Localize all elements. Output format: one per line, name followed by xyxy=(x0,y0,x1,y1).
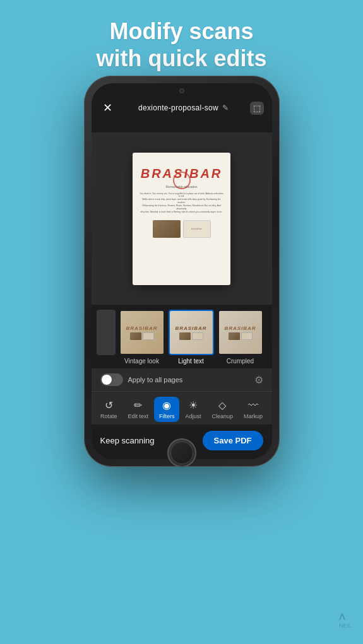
title-dots: · · · · · · · · · · · · · · · · · · · · xyxy=(92,119,272,132)
settings-icon[interactable]: ⚙ xyxy=(254,374,263,386)
vintage-img-2 xyxy=(143,332,154,340)
header-title-area: dexionte-proposal-sow ✎ xyxy=(138,103,229,112)
filter-label-light: Light text xyxy=(178,358,204,365)
tool-markup[interactable]: 〰 Markup xyxy=(239,397,268,422)
toggle-area: Apply to all pages xyxy=(100,373,183,386)
app-content: ✕ dexionte-proposal-sow ✎ ⬚ · · · · · · … xyxy=(92,83,272,459)
hero-title-line2: with quick edits xyxy=(96,45,266,71)
cleanup-icon: ◇ xyxy=(218,399,226,411)
doc-body-text: You drink in. You money out. You're engu… xyxy=(139,192,224,214)
crumpled-img-1 xyxy=(229,332,240,340)
light-img-1 xyxy=(179,332,191,340)
crumpled-thumb-inner: BRASIBAR xyxy=(219,311,262,354)
save-pdf-button[interactable]: Save PDF xyxy=(203,431,263,450)
export-button[interactable]: ⬚ xyxy=(250,102,264,115)
filter-item-original[interactable] xyxy=(97,310,116,365)
adjust-icon: ☀ xyxy=(189,399,198,411)
vintage-thumb-inner: BRASIBAR xyxy=(121,311,164,354)
document-preview: BRASIBAR Remarkable relaxation You drink… xyxy=(133,153,230,285)
cleanup-label: Cleanup xyxy=(211,413,233,419)
light-brand: BRASIBAR xyxy=(175,325,206,331)
crumpled-brand: BRASIBAR xyxy=(224,325,256,331)
markup-label: Markup xyxy=(244,413,263,419)
tool-edit-text[interactable]: ✏ Edit text xyxy=(122,397,153,422)
filter-label-crumpled: Crumpled xyxy=(227,358,254,365)
doc-images-row: brasibar xyxy=(153,220,211,238)
phone-mockup: ✕ dexionte-proposal-sow ✎ ⬚ · · · · · · … xyxy=(84,76,280,467)
adjust-label: Adjust xyxy=(185,413,201,419)
markup-icon: 〰 xyxy=(248,400,258,411)
filter-thumb-original xyxy=(97,310,116,355)
rotate-icon: ↺ xyxy=(105,399,113,411)
hero-section: Modify scans with quick edits xyxy=(0,0,363,83)
home-button-inner xyxy=(170,442,193,464)
phone-camera xyxy=(179,88,184,93)
edit-text-label: Edit text xyxy=(128,413,148,419)
watermark: ᐱ NEIL xyxy=(339,612,352,629)
vintage-img-1 xyxy=(130,332,141,340)
crumpled-img-2 xyxy=(241,332,253,340)
rotate-label: Rotate xyxy=(100,413,117,419)
light-imgs xyxy=(179,332,203,340)
doc-circle-mark xyxy=(173,172,191,189)
filters-icon: ◉ xyxy=(162,399,171,411)
filter-label-vintage: Vintage look xyxy=(124,358,159,365)
filter-thumb-crumpled: BRASIBAR xyxy=(218,310,263,355)
filter-item-crumpled[interactable]: BRASIBAR Crumpled xyxy=(218,310,263,365)
hero-title-line1: Modify scans xyxy=(109,18,253,44)
export-icon: ⬚ xyxy=(253,103,261,113)
tool-cleanup[interactable]: ◇ Cleanup xyxy=(206,397,238,422)
document-title: dexionte-proposal-sow xyxy=(138,103,218,112)
toggle-knob xyxy=(102,375,112,385)
keep-scanning-button[interactable]: Keep scanning xyxy=(100,436,155,445)
filter-thumb-light: BRASIBAR xyxy=(169,310,214,355)
apply-all-toggle[interactable] xyxy=(100,373,123,386)
filter-item-vintage[interactable]: BRASIBAR Vintage look xyxy=(119,310,165,365)
filter-item-light[interactable]: BRASIBAR Light text xyxy=(169,310,214,365)
close-button[interactable]: ✕ xyxy=(99,101,117,115)
vintage-brand: BRASIBAR xyxy=(126,325,157,331)
doc-image-1 xyxy=(153,220,181,238)
doc-image-2: brasibar xyxy=(183,220,211,238)
tool-adjust[interactable]: ☀ Adjust xyxy=(180,397,206,422)
light-thumb-inner: BRASIBAR xyxy=(170,311,213,354)
vintage-imgs xyxy=(130,332,154,340)
scan-preview-area: BRASIBAR Remarkable relaxation You drink… xyxy=(92,132,272,305)
tool-filters[interactable]: ◉ Filters xyxy=(154,397,180,422)
edit-text-icon: ✏ xyxy=(134,399,142,411)
filters-label: Filters xyxy=(159,413,175,419)
apply-all-row: Apply to all pages ⚙ xyxy=(92,368,272,391)
toolbar: ↺ Rotate ✏ Edit text ◉ Filters ☀ Adjust xyxy=(92,391,272,424)
tool-rotate[interactable]: ↺ Rotate xyxy=(95,397,122,422)
hero-title: Modify scans with quick edits xyxy=(0,18,363,72)
light-img-2 xyxy=(192,332,203,340)
edit-title-icon[interactable]: ✎ xyxy=(222,103,229,112)
crumpled-imgs xyxy=(229,332,253,340)
phone-screen: ✕ dexionte-proposal-sow ✎ ⬚ · · · · · · … xyxy=(92,83,272,459)
apply-all-label: Apply to all pages xyxy=(128,376,183,383)
home-button[interactable] xyxy=(167,438,196,467)
phone-shell: ✕ dexionte-proposal-sow ✎ ⬚ · · · · · · … xyxy=(84,76,280,467)
filters-strip: BRASIBAR Vintage look xyxy=(92,305,272,368)
filter-thumb-vintage: BRASIBAR xyxy=(119,310,165,355)
filters-scroll: BRASIBAR Vintage look xyxy=(97,310,267,365)
